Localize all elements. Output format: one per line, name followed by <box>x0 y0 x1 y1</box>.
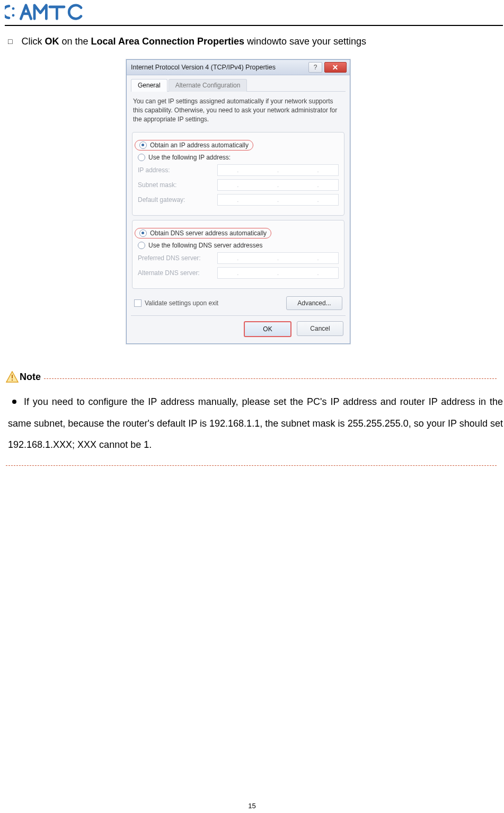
note-header: Note <box>6 371 497 383</box>
svg-rect-4 <box>12 379 13 381</box>
dns-settings-group: Obtain DNS server address automatically … <box>132 220 344 289</box>
instr-pre: Click <box>21 36 45 47</box>
radio-icon <box>138 242 145 249</box>
field-default-gateway: Default gateway: ... <box>138 194 339 206</box>
close-button[interactable] <box>324 62 347 73</box>
radio-label: Obtain an IP address automatically <box>150 142 249 149</box>
note-label: Note <box>20 372 41 383</box>
ok-button[interactable]: OK <box>244 321 291 337</box>
radio-use-following-ip[interactable]: Use the following IP address: <box>138 154 339 161</box>
validate-row: Validate settings upon exit Advanced... <box>134 296 342 310</box>
instr-mid: on the <box>59 36 91 47</box>
help-button[interactable]: ? <box>308 62 322 73</box>
radio-icon <box>138 154 145 161</box>
instr-post: windowto save your settings <box>244 36 366 47</box>
step-marker: □ <box>8 36 12 47</box>
ipv4-properties-dialog: Internet Protocol Version 4 (TCP/IPv4) P… <box>126 59 350 344</box>
field-label: Alternate DNS server: <box>138 269 217 277</box>
warning-icon <box>6 371 19 383</box>
ip-address-input: ... <box>217 164 339 176</box>
dialog-tabbar: General Alternate Configuration <box>131 78 346 92</box>
advanced-button[interactable]: Advanced... <box>286 296 342 310</box>
field-label: IP address: <box>138 166 217 174</box>
field-label: Default gateway: <box>138 196 217 204</box>
radio-obtain-dns-auto[interactable]: Obtain DNS server address automatically <box>135 228 271 238</box>
svg-rect-3 <box>12 375 13 378</box>
svg-point-2 <box>12 14 15 17</box>
dialog-description: You can get IP settings assigned automat… <box>131 96 346 129</box>
tab-alternate-configuration[interactable]: Alternate Configuration <box>169 79 247 92</box>
page-number: 15 <box>0 802 504 810</box>
field-label: Preferred DNS server: <box>138 254 217 262</box>
svg-point-1 <box>12 7 15 10</box>
dialog-titlebar: Internet Protocol Version 4 (TCP/IPv4) P… <box>127 60 350 75</box>
dialog-footer: OK Cancel <box>131 315 346 338</box>
radio-label: Obtain DNS server address automatically <box>150 229 267 237</box>
field-label: Subnet mask: <box>138 181 217 189</box>
note-bottom-dash <box>6 465 497 466</box>
dialog-title-text: Internet Protocol Version 4 (TCP/IPv4) P… <box>131 64 276 71</box>
radio-icon <box>139 229 147 237</box>
subnet-mask-input: ... <box>217 179 339 191</box>
tab-general[interactable]: General <box>131 79 167 92</box>
header-rule <box>5 25 503 26</box>
validate-label: Validate settings upon exit <box>145 299 286 307</box>
radio-label: Use the following IP address: <box>148 154 231 161</box>
amtc-logo <box>5 2 85 22</box>
radio-obtain-ip-auto[interactable]: Obtain an IP address automatically <box>135 140 253 151</box>
note-body: If you need to configure the IP address … <box>8 391 503 456</box>
default-gateway-input: ... <box>217 194 339 206</box>
note-top-dash <box>44 378 497 379</box>
field-subnet-mask: Subnet mask: ... <box>138 179 339 191</box>
alternate-dns-input: ... <box>217 267 339 279</box>
radio-icon <box>139 142 147 149</box>
note-text: If you need to configure the IP address … <box>8 396 503 450</box>
validate-checkbox[interactable] <box>134 299 142 307</box>
field-alternate-dns: Alternate DNS server: ... <box>138 267 339 279</box>
radio-label: Use the following DNS server addresses <box>148 242 262 249</box>
radio-use-following-dns[interactable]: Use the following DNS server addresses <box>138 242 339 249</box>
instruction-line: □ Click OK on the Local Area Connection … <box>8 34 496 49</box>
instr-bold2: Local Area Connection Properties <box>91 36 244 47</box>
preferred-dns-input: ... <box>217 252 339 264</box>
bullet-icon <box>12 400 16 404</box>
instr-ok: OK <box>45 36 59 47</box>
field-ip-address: IP address: ... <box>138 164 339 176</box>
cancel-button[interactable]: Cancel <box>297 321 343 336</box>
ip-settings-group: Obtain an IP address automatically Use t… <box>132 132 344 216</box>
field-preferred-dns: Preferred DNS server: ... <box>138 252 339 264</box>
